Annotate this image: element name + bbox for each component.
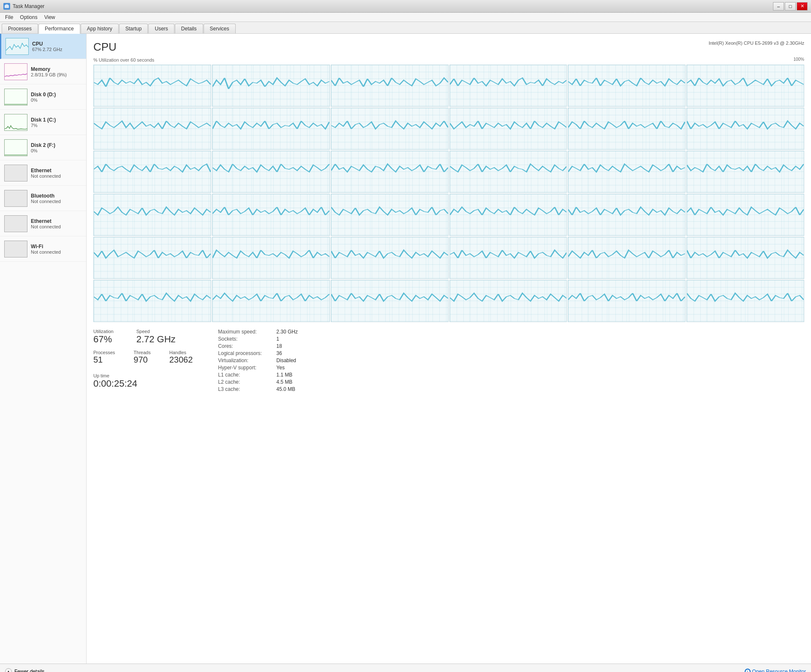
cpu-cell-34 bbox=[568, 280, 686, 322]
menu-view[interactable]: View bbox=[41, 14, 59, 21]
sidebar-disk0-info: Disk 0 (D:) 0% bbox=[31, 92, 56, 103]
sidebar-item-bluetooth[interactable]: Bluetooth Not connected bbox=[0, 186, 86, 211]
svg-rect-16 bbox=[331, 151, 448, 192]
spec-max-speed: Maximum speed: 2.30 GHz bbox=[218, 329, 298, 335]
title-bar-left: Task Manager bbox=[3, 3, 44, 10]
svg-rect-6 bbox=[568, 65, 685, 106]
tab-startup[interactable]: Startup bbox=[119, 24, 148, 33]
chevron-up-icon: ▲ bbox=[5, 668, 12, 672]
sidebar-item-wifi[interactable]: Wi-Fi Not connected bbox=[0, 236, 86, 262]
cpu-cell-5 bbox=[686, 65, 804, 107]
tab-users[interactable]: Users bbox=[148, 24, 174, 33]
svg-rect-11 bbox=[450, 108, 567, 149]
handles-value: 23062 bbox=[169, 355, 193, 365]
spec-hyperv-label: Hyper-V support: bbox=[218, 365, 273, 371]
monitor-icon: i bbox=[745, 669, 751, 672]
cpu-cell-10 bbox=[568, 108, 686, 150]
cpu-cell-32 bbox=[331, 280, 449, 322]
cpu-model-label: Intel(R) Xeon(R) CPU E5-2699 v3 @ 2.30GH… bbox=[709, 41, 804, 46]
sidebar-item-cpu[interactable]: CPU 67% 2.72 GHz bbox=[0, 34, 86, 59]
svg-rect-14 bbox=[94, 151, 211, 192]
cpu-cell-8 bbox=[331, 108, 449, 150]
svg-rect-4 bbox=[331, 65, 448, 106]
menu-file[interactable]: File bbox=[2, 14, 16, 21]
svg-rect-8 bbox=[94, 108, 211, 149]
spec-virt-value: Disabled bbox=[276, 358, 296, 363]
spec-cores-value: 18 bbox=[276, 343, 282, 349]
svg-rect-31 bbox=[687, 237, 804, 279]
menu-options[interactable]: Options bbox=[16, 14, 41, 21]
cpu-cell-20 bbox=[331, 194, 449, 236]
stat-speed: Speed 2.72 GHz bbox=[136, 329, 176, 345]
svg-rect-2 bbox=[94, 65, 211, 106]
menu-bar: File Options View bbox=[0, 13, 811, 22]
sidebar-wifi-name: Wi-Fi bbox=[31, 244, 61, 249]
sidebar-disk0-name: Disk 0 (D:) bbox=[31, 92, 56, 98]
sidebar-item-ethernet1[interactable]: Ethernet Not connected bbox=[0, 160, 86, 186]
tab-performance[interactable]: Performance bbox=[38, 24, 80, 34]
cpu-cell-13 bbox=[212, 151, 330, 193]
tab-processes[interactable]: Processes bbox=[2, 24, 38, 33]
tab-details[interactable]: Details bbox=[175, 24, 203, 33]
sidebar-ethernet2-value: Not connected bbox=[31, 224, 61, 229]
spec-max-speed-value: 2.30 GHz bbox=[276, 329, 298, 335]
sidebar-item-disk1[interactable]: Disk 1 (C:) 7% bbox=[0, 110, 86, 135]
threads-value: 970 bbox=[133, 355, 150, 365]
wifi-thumbnail bbox=[4, 241, 27, 257]
sidebar-item-disk2[interactable]: Disk 2 (F:) 0% bbox=[0, 135, 86, 160]
cpu-cell-33 bbox=[449, 280, 567, 322]
spec-sockets: Sockets: 1 bbox=[218, 336, 298, 342]
stat-handles: Handles 23062 bbox=[169, 350, 193, 365]
sidebar-cpu-value: 67% 2.72 GHz bbox=[32, 47, 63, 52]
window-title: Task Manager bbox=[13, 3, 44, 9]
close-button[interactable]: ✕ bbox=[797, 2, 808, 11]
cpu-graph-grid bbox=[93, 65, 804, 322]
spec-sockets-label: Sockets: bbox=[218, 336, 273, 342]
maximize-button[interactable]: □ bbox=[785, 2, 796, 11]
sidebar-disk2-info: Disk 2 (F:) 0% bbox=[31, 142, 55, 153]
spec-l2-value: 4.5 MB bbox=[276, 379, 292, 385]
fewer-details-button[interactable]: ▲ Fewer details bbox=[5, 668, 44, 672]
svg-rect-32 bbox=[94, 280, 211, 322]
spec-logical: Logical processors: 36 bbox=[218, 350, 298, 356]
open-resource-monitor-link[interactable]: i Open Resource Monitor bbox=[745, 669, 806, 672]
threads-label: Threads bbox=[133, 350, 150, 355]
stat-row-procthreadles: Processes 51 Threads 970 Handles 23062 bbox=[93, 350, 193, 370]
sidebar-ethernet1-info: Ethernet Not connected bbox=[31, 168, 61, 179]
cpu-cell-23 bbox=[686, 194, 804, 236]
disk1-thumbnail bbox=[4, 114, 27, 131]
cpu-cell-0 bbox=[93, 65, 211, 107]
cpu-cell-16 bbox=[568, 151, 686, 193]
spec-logical-label: Logical processors: bbox=[218, 350, 273, 356]
fewer-details-label: Fewer details bbox=[14, 669, 44, 672]
spec-table: Maximum speed: 2.30 GHz Sockets: 1 Cores… bbox=[218, 329, 298, 392]
svg-rect-34 bbox=[331, 280, 448, 322]
disk0-thumbnail bbox=[4, 89, 27, 106]
minimize-button[interactable]: – bbox=[773, 2, 784, 11]
spec-l1-label: L1 cache: bbox=[218, 372, 273, 378]
sidebar-item-disk0[interactable]: Disk 0 (D:) 0% bbox=[0, 84, 86, 110]
ethernet1-thumbnail bbox=[4, 165, 27, 182]
uptime-label: Up time bbox=[93, 373, 193, 378]
spec-l1cache: L1 cache: 1.1 MB bbox=[218, 372, 298, 378]
sidebar-item-memory[interactable]: Memory 2.8/31.9 GB (9%) bbox=[0, 59, 86, 84]
tab-app-history[interactable]: App history bbox=[81, 24, 119, 33]
disk2-thumbnail bbox=[4, 139, 27, 156]
sidebar-wifi-value: Not connected bbox=[31, 249, 61, 255]
sidebar-item-ethernet2[interactable]: Ethernet Not connected bbox=[0, 211, 86, 236]
open-resource-monitor-label: Open Resource Monitor bbox=[752, 669, 806, 672]
app-icon bbox=[3, 3, 10, 10]
svg-rect-5 bbox=[450, 65, 567, 106]
tab-services[interactable]: Services bbox=[204, 24, 236, 33]
cpu-cell-28 bbox=[568, 237, 686, 279]
stat-uptime: Up time 0:00:25:24 bbox=[93, 373, 193, 389]
cpu-cell-24 bbox=[93, 237, 211, 279]
sidebar-wifi-info: Wi-Fi Not connected bbox=[31, 244, 61, 255]
cpu-cell-14 bbox=[331, 151, 449, 193]
sidebar-ethernet2-info: Ethernet Not connected bbox=[31, 218, 61, 229]
cpu-cell-19 bbox=[212, 194, 330, 236]
stats-left: Utilization 67% Speed 2.72 GHz Processes… bbox=[93, 329, 193, 394]
svg-rect-24 bbox=[568, 194, 685, 236]
sidebar-ethernet2-name: Ethernet bbox=[31, 218, 61, 224]
spec-logical-value: 36 bbox=[276, 350, 282, 356]
